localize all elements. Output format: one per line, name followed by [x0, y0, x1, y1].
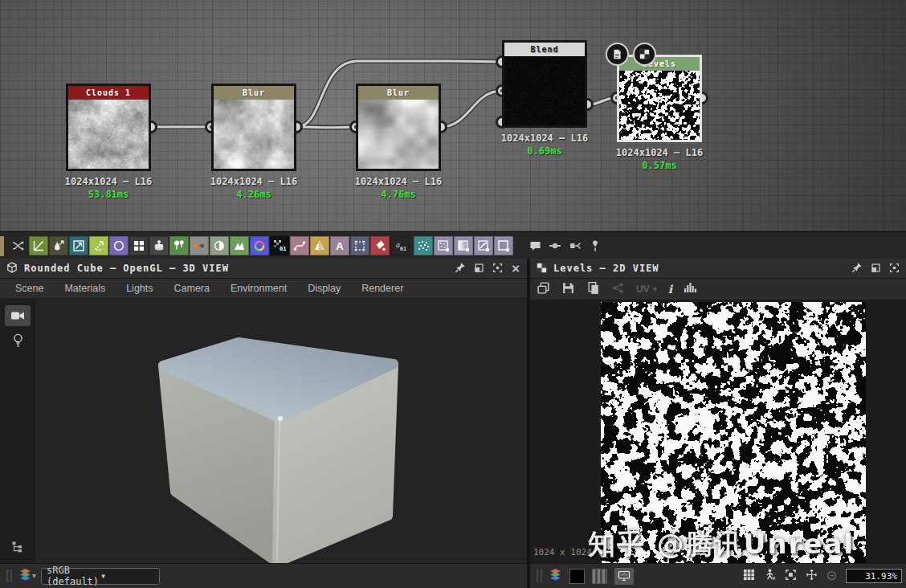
- node-size-label: 1024x1024 – L16: [480, 133, 609, 144]
- canvas-2d[interactable]: 1024 x 1024 (G 知乎 @腾讯Unreal: [530, 300, 906, 563]
- zoom-out-icon[interactable]: [826, 569, 837, 584]
- node-thumbnail: [504, 56, 585, 125]
- view3d-menu: SceneMaterialsLightsCameraEnvironmentDis…: [0, 279, 527, 299]
- inline-dot-icon[interactable]: [545, 236, 565, 255]
- noise-texture-icon[interactable]: [414, 236, 433, 255]
- stripes-swatch[interactable]: [592, 569, 607, 584]
- view3d-header[interactable]: Rounded Cube — OpenGL — 3D VIEW ×: [0, 259, 527, 279]
- node-time-label: 4.76ms: [334, 189, 463, 200]
- menu-display[interactable]: Display: [297, 283, 351, 294]
- comment-icon[interactable]: [525, 236, 545, 255]
- node-blend[interactable]: Blend 1024x1024 – L16 0.69ms: [502, 40, 587, 128]
- copy-view-icon[interactable]: [537, 281, 550, 298]
- link-icon[interactable]: [611, 281, 625, 298]
- node-size-label: 1024x1024 – L16: [595, 147, 724, 158]
- node-time-label: 4.26ms: [190, 189, 318, 200]
- save-icon[interactable]: [561, 281, 575, 298]
- colorspace-dropdown[interactable]: sRGB (default) ▾: [41, 568, 160, 585]
- scatter-icon[interactable]: [169, 236, 189, 255]
- view3d-side-toolbar: [0, 299, 35, 563]
- shuffle-icon[interactable]: [9, 236, 28, 255]
- zoom-level-field[interactable]: [846, 569, 902, 583]
- node-blur-2[interactable]: Blur 1024x1024 – L16 4.76ms: [356, 84, 441, 171]
- input-curve-icon[interactable]: [474, 236, 493, 255]
- node-time-label: 53.81ms: [44, 189, 173, 200]
- curve-icon[interactable]: [29, 236, 48, 255]
- view2d-header[interactable]: Levels — 2D VIEW: [530, 259, 906, 279]
- colorspace-value: sRGB (default): [47, 565, 100, 587]
- grayscale-01-icon[interactable]: 01: [270, 236, 289, 255]
- color-layers-icon[interactable]: [549, 568, 562, 585]
- histogram-scan-icon[interactable]: [230, 236, 249, 255]
- node-thumbnail: [358, 100, 439, 169]
- input-frame-icon[interactable]: [494, 236, 513, 255]
- vector-01-icon[interactable]: a01: [390, 236, 410, 255]
- tile-sampler-icon[interactable]: [129, 236, 149, 255]
- shape-icon[interactable]: [109, 236, 129, 255]
- document-badge-icon[interactable]: [606, 43, 629, 66]
- toolbar: 01Aa01: [0, 231, 906, 259]
- display-monitor-icon[interactable]: [614, 568, 634, 585]
- camera-icon[interactable]: [5, 305, 31, 326]
- pin-icon[interactable]: [455, 261, 466, 276]
- text-icon[interactable]: A: [330, 236, 349, 255]
- close-icon[interactable]: ×: [511, 263, 520, 274]
- node-graph[interactable]: Clouds 1 1024x1024 – L16 53.81ms Blur 10…: [0, 0, 906, 231]
- dock-icon[interactable]: [871, 261, 881, 276]
- node-size-label: 1024x1024 – L16: [190, 176, 318, 187]
- svg-text:01: 01: [280, 246, 286, 252]
- input-gradient-icon[interactable]: [454, 236, 473, 255]
- dot-connect-icon[interactable]: [190, 236, 209, 255]
- view2d-toolbar: UV ▾ i: [530, 279, 906, 300]
- node-time-label: 0.69ms: [480, 145, 609, 157]
- clipped-icon[interactable]: [0, 236, 4, 256]
- menu-scene[interactable]: Scene: [5, 283, 54, 294]
- checker-icon: [537, 261, 547, 276]
- color-layers-icon[interactable]: [18, 568, 32, 585]
- half-circle-icon[interactable]: [210, 236, 229, 255]
- uv-toggle[interactable]: UV ▾: [636, 284, 657, 295]
- menu-renderer[interactable]: Renderer: [351, 283, 414, 294]
- grid-icon[interactable]: [743, 569, 755, 584]
- resize-grip[interactable]: [537, 570, 542, 582]
- node-time-label: 0.57ms: [595, 160, 724, 171]
- panel-3d-view: Rounded Cube — OpenGL — 3D VIEW × SceneM…: [0, 259, 527, 588]
- transform-icon[interactable]: [69, 236, 88, 255]
- viewport-3d[interactable]: [35, 299, 527, 563]
- node-levels[interactable]: Levels 1024x1024 – L16 0.57ms: [617, 55, 702, 142]
- mirror-icon[interactable]: [310, 236, 329, 255]
- node-clouds-1[interactable]: Clouds 1 1024x1024 – L16 53.81ms: [66, 84, 151, 171]
- node-blur-1[interactable]: Blur 1024x1024 – L16 4.26ms: [211, 84, 296, 171]
- maximize-icon[interactable]: [492, 261, 503, 276]
- menu-environment[interactable]: Environment: [220, 283, 297, 294]
- crop-icon[interactable]: [350, 236, 369, 255]
- paste-icon[interactable]: [586, 281, 600, 298]
- switch-icon[interactable]: [565, 236, 585, 255]
- directional-warp-icon[interactable]: [89, 236, 108, 255]
- scene-tree-icon[interactable]: [11, 541, 24, 557]
- svg-text:01: 01: [400, 246, 406, 252]
- mannequin-icon[interactable]: [764, 568, 776, 584]
- black-swatch[interactable]: [569, 569, 585, 584]
- fit-view-icon[interactable]: [785, 569, 797, 584]
- pin-icon[interactable]: [851, 261, 863, 276]
- checker-2d-badge-icon[interactable]: [633, 43, 656, 66]
- light-bulb-icon[interactable]: [12, 333, 24, 352]
- node-title: Blur: [358, 86, 439, 100]
- dock-icon[interactable]: [474, 261, 484, 276]
- menu-materials[interactable]: Materials: [54, 283, 116, 294]
- height-extrude-icon[interactable]: [149, 236, 169, 255]
- input-noise-icon[interactable]: [434, 236, 453, 255]
- menu-camera[interactable]: Camera: [164, 283, 220, 294]
- pin-icon[interactable]: [586, 236, 605, 255]
- info-icon[interactable]: i: [668, 283, 672, 296]
- pan-icon[interactable]: [806, 569, 818, 584]
- maximize-icon[interactable]: [889, 261, 900, 276]
- resize-grip[interactable]: [6, 570, 12, 582]
- flood-fill-icon[interactable]: [370, 236, 390, 255]
- menu-lights[interactable]: Lights: [116, 283, 163, 294]
- spline-icon[interactable]: [290, 236, 309, 255]
- blur-droplet-icon[interactable]: [49, 236, 68, 255]
- histogram-icon[interactable]: [684, 281, 698, 297]
- gradient-map-icon[interactable]: [250, 236, 269, 255]
